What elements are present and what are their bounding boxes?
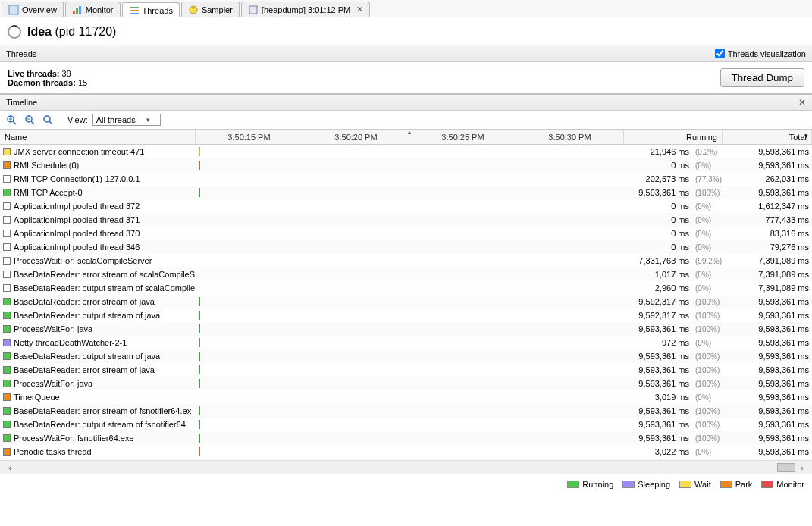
table-row[interactable]: BaseDataReader: error stream of fsnotifi… <box>0 404 812 418</box>
scroll-left-icon[interactable]: ‹ <box>5 463 15 472</box>
table-row[interactable]: RMI TCP Connection(1)-127.0.0.1202,573 m… <box>0 172 812 186</box>
total-value: 9,593,361 ms <box>723 459 812 460</box>
page-title: Idea (pid 11720) <box>27 25 116 39</box>
thread-name-cell: JMX server connection timeout 471 <box>0 145 196 158</box>
table-row[interactable]: AWT-EventQueue-0 2017.1#IC-171.3019.7 ID… <box>0 459 812 460</box>
live-threads-label: Live threads: <box>8 69 59 78</box>
zoom-out-icon[interactable] <box>23 113 36 127</box>
running-value: 48,378 ms <box>624 459 692 460</box>
legend-label: Wait <box>694 480 711 489</box>
table-row[interactable]: BaseDataReader: output stream of java9,5… <box>0 308 812 322</box>
table-row[interactable]: ProcessWaitFor: fsnotifier64.exe9,593,36… <box>0 431 812 445</box>
total-value: 777,433 ms <box>723 213 812 227</box>
status-swatch <box>3 216 11 224</box>
total-value: 7,391,089 ms <box>723 254 812 268</box>
chevron-down-icon: ▾ <box>146 116 150 124</box>
close-icon[interactable]: ✕ <box>356 5 363 14</box>
thread-dump-button[interactable]: Thread Dump <box>720 68 805 87</box>
total-value: 7,391,089 ms <box>723 268 812 281</box>
running-value: 9,593,361 ms <box>624 363 692 377</box>
tab-heapdump[interactable]: [heapdump] 3:01:12 PM✕ <box>241 2 370 17</box>
thread-name-cell: Netty threadDeathWatcher-2-1 <box>0 336 196 349</box>
status-swatch <box>3 189 11 196</box>
thread-name: RMI Scheduler(0) <box>14 161 79 170</box>
table-body[interactable]: JMX server connection timeout 47121,946 … <box>0 145 812 460</box>
close-icon[interactable]: ✕ <box>798 97 806 108</box>
table-row[interactable]: ApplicationImpl pooled thread 3460 ms(0%… <box>0 240 812 254</box>
table-row[interactable]: ApplicationImpl pooled thread 3720 ms(0%… <box>0 199 812 213</box>
status-swatch <box>3 202 11 210</box>
tab-threads[interactable]: Threads <box>122 2 180 17</box>
table-row[interactable]: BaseDataReader: error stream of java9,59… <box>0 363 812 377</box>
thread-name-cell: BaseDataReader: error stream of fsnotifi… <box>0 404 196 418</box>
table-row[interactable]: RMI TCP Accept-09,593,361 ms(100%)9,593,… <box>0 186 812 199</box>
threads-viz-checkbox[interactable]: Threads visualization <box>715 49 806 58</box>
chevron-down-icon[interactable]: ▾ <box>804 132 808 139</box>
table-row[interactable]: BaseDataReader: error stream of java9,59… <box>0 295 812 308</box>
table-row[interactable]: ProcessWaitFor: scalaCompileServer7,331,… <box>0 254 812 268</box>
table-row[interactable]: BaseDataReader: error stream of scalaCom… <box>0 268 812 281</box>
zoom-in-icon[interactable] <box>5 113 18 127</box>
total-value: 9,593,361 ms <box>723 186 812 199</box>
status-swatch <box>3 352 11 360</box>
threads-viz-input[interactable] <box>715 49 725 58</box>
table-row[interactable]: ProcessWaitFor: java9,593,361 ms(100%)9,… <box>0 322 812 336</box>
total-value: 1,612,347 ms <box>723 199 812 213</box>
table-row[interactable]: BaseDataReader: output stream of java9,5… <box>0 349 812 363</box>
total-value: 79,276 ms <box>723 240 812 254</box>
thread-name-cell: BaseDataReader: output stream of java <box>0 349 196 363</box>
legend-label: Park <box>735 480 753 489</box>
col-running[interactable]: Running <box>624 130 723 144</box>
col-timeline[interactable]: ▴ 3:50:15 PM3:50:20 PM3:50:25 PM3:50:30 … <box>196 130 624 144</box>
counts-row: Live threads: 39 Daemon threads: 15 Thre… <box>0 62 812 93</box>
status-swatch <box>3 148 11 155</box>
thread-bar <box>199 379 200 388</box>
running-value: 9,593,361 ms <box>624 349 692 363</box>
zoom-reset-icon[interactable] <box>41 113 55 127</box>
total-value: 9,593,361 ms <box>723 308 812 322</box>
thread-name: ProcessWaitFor: fsnotifier64.exe <box>14 434 134 443</box>
status-swatch <box>3 230 11 237</box>
table-row[interactable]: BaseDataReader: output stream of fsnotif… <box>0 418 812 431</box>
total-value: 9,593,361 ms <box>723 431 812 445</box>
thread-name: RMI TCP Connection(1)-127.0.0.1 <box>14 174 140 183</box>
col-name[interactable]: Name <box>0 130 196 144</box>
table-row[interactable]: JMX server connection timeout 47121,946 … <box>0 145 812 158</box>
svg-rect-0 <box>9 5 18 14</box>
table-row[interactable]: ProcessWaitFor: java9,593,361 ms(100%)9,… <box>0 377 812 390</box>
daemon-threads-label: Daemon threads: <box>8 78 76 87</box>
thread-name-cell: ProcessWaitFor: fsnotifier64.exe <box>0 431 196 445</box>
running-pct: (100%) <box>692 322 723 336</box>
total-value: 9,593,361 ms <box>723 404 812 418</box>
table-row[interactable]: Periodic tasks thread3,022 ms(0%)9,593,3… <box>0 445 812 459</box>
tab-label: Sampler <box>202 5 233 14</box>
horizontal-scrollbar[interactable]: ‹ › <box>0 460 812 474</box>
timeline-cell <box>196 377 624 390</box>
time-tick: 3:50:15 PM <box>196 130 303 144</box>
table-row[interactable]: ApplicationImpl pooled thread 3700 ms(0%… <box>0 227 812 240</box>
timeline-cell <box>196 336 624 349</box>
total-value: 262,031 ms <box>723 172 812 186</box>
scrollbar-thumb[interactable] <box>777 463 795 472</box>
separator <box>61 114 61 126</box>
scroll-right-icon[interactable]: › <box>797 463 807 472</box>
table-row[interactable]: RMI Scheduler(0)0 ms(0%)9,593,361 ms <box>0 158 812 172</box>
thread-name-cell: BaseDataReader: output stream of java <box>0 308 196 322</box>
time-tick: 3:50:30 PM <box>516 130 623 144</box>
table-row[interactable]: BaseDataReader: output stream of scalaCo… <box>0 281 812 295</box>
running-pct: (0.5%) <box>692 459 723 460</box>
tab-sampler[interactable]: Sampler <box>181 2 240 17</box>
app-pid: (pid 11720) <box>55 25 116 38</box>
tab-overview[interactable]: Overview <box>2 2 64 17</box>
running-pct: (100%) <box>692 295 723 308</box>
thread-counts: Live threads: 39 Daemon threads: 15 <box>8 69 87 87</box>
timeline-cell <box>196 295 624 308</box>
view-dropdown[interactable]: All threads ▾ <box>92 114 161 126</box>
table-row[interactable]: Netty threadDeathWatcher-2-1972 ms(0%)9,… <box>0 336 812 349</box>
running-value: 0 ms <box>624 213 692 227</box>
table-row[interactable]: TimerQueue3,019 ms(0%)9,593,361 ms <box>0 390 812 404</box>
col-total[interactable]: Total ▾ <box>723 130 812 144</box>
tab-monitor[interactable]: Monitor <box>65 2 121 17</box>
table-row[interactable]: ApplicationImpl pooled thread 3710 ms(0%… <box>0 213 812 227</box>
thread-name-cell: Periodic tasks thread <box>0 445 196 459</box>
